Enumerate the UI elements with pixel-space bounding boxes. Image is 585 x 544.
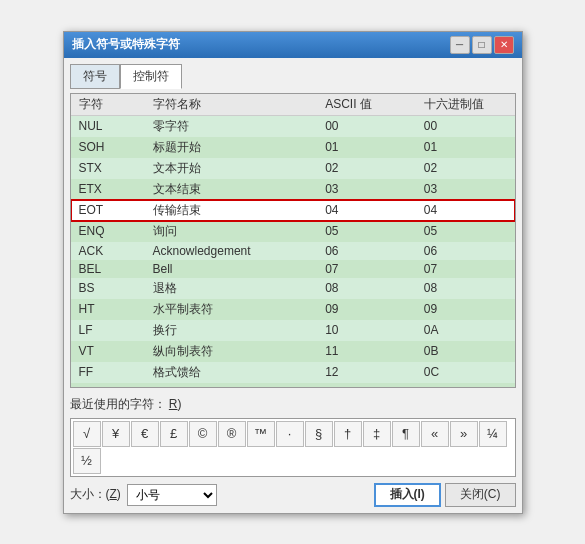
tab-symbol[interactable]: 符号	[70, 64, 120, 89]
dialog: 插入符号或特殊字符 ─ □ ✕ 符号 控制符 字符 字符名称 ASCII 值 十…	[63, 31, 523, 514]
special-chars-bar: √¥€£©®™·§†‡¶«»¼½	[70, 418, 516, 477]
header-hex: 十六进制值	[416, 94, 515, 116]
title-text: 插入符号或特殊字符	[72, 36, 180, 53]
special-char-button[interactable]: ·	[276, 421, 304, 447]
cell-ascii: 06	[317, 242, 416, 260]
title-bar: 插入符号或特殊字符 ─ □ ✕	[64, 32, 522, 58]
cell-hex: 07	[416, 260, 515, 278]
cell-ascii: 10	[317, 320, 416, 341]
table-header-row: 字符 字符名称 ASCII 值 十六进制值	[71, 94, 515, 116]
bottom-bar: 大小：(Z) 小号 中号 大号 插入(I) 关闭(C)	[70, 483, 516, 507]
cell-hex: 02	[416, 158, 515, 179]
special-char-button[interactable]: ½	[73, 448, 101, 474]
table-row[interactable]: CR回车130D	[71, 383, 515, 388]
tab-control[interactable]: 控制符	[120, 64, 182, 89]
cell-name: 回车	[145, 383, 318, 388]
cell-name: 水平制表符	[145, 299, 318, 320]
cell-char: VT	[71, 341, 145, 362]
cell-ascii: 05	[317, 221, 416, 242]
cell-ascii: 08	[317, 278, 416, 299]
cell-name: 文本结束	[145, 179, 318, 200]
title-controls: ─ □ ✕	[450, 36, 514, 54]
cell-char: BEL	[71, 260, 145, 278]
header-name: 字符名称	[145, 94, 318, 116]
cell-char: EOT	[71, 200, 145, 221]
table-row[interactable]: SOH标题开始0101	[71, 137, 515, 158]
cell-hex: 08	[416, 278, 515, 299]
header-char: 字符	[71, 94, 145, 116]
cell-char: ENQ	[71, 221, 145, 242]
table-row[interactable]: ENQ询问0505	[71, 221, 515, 242]
special-char-button[interactable]: ‡	[363, 421, 391, 447]
cell-name: 格式馈给	[145, 362, 318, 383]
table-row[interactable]: EOT传输结束0404	[71, 200, 515, 221]
special-char-button[interactable]: ™	[247, 421, 275, 447]
cell-ascii: 11	[317, 341, 416, 362]
cell-hex: 09	[416, 299, 515, 320]
table-row[interactable]: ACKAcknowledgement0606	[71, 242, 515, 260]
cell-name: 文本开始	[145, 158, 318, 179]
size-select[interactable]: 小号 中号 大号	[127, 484, 217, 506]
header-ascii: ASCII 值	[317, 94, 416, 116]
special-char-button[interactable]: ¼	[479, 421, 507, 447]
table-row[interactable]: STX文本开始0202	[71, 158, 515, 179]
maximize-button[interactable]: □	[472, 36, 492, 54]
minimize-button[interactable]: ─	[450, 36, 470, 54]
special-char-button[interactable]: ®	[218, 421, 246, 447]
special-char-button[interactable]: §	[305, 421, 333, 447]
cell-name: 退格	[145, 278, 318, 299]
special-char-button[interactable]: †	[334, 421, 362, 447]
char-table: 字符 字符名称 ASCII 值 十六进制值 NUL零字符0000SOH标题开始0…	[71, 94, 515, 388]
cell-name: Bell	[145, 260, 318, 278]
cell-char: FF	[71, 362, 145, 383]
table-row[interactable]: BS退格0808	[71, 278, 515, 299]
cell-ascii: 04	[317, 200, 416, 221]
close-window-button[interactable]: ✕	[494, 36, 514, 54]
recent-shortcut: R)	[166, 397, 182, 411]
table-row[interactable]: NUL零字符0000	[71, 115, 515, 137]
cell-hex: 05	[416, 221, 515, 242]
special-char-button[interactable]: √	[73, 421, 101, 447]
cell-hex: 01	[416, 137, 515, 158]
special-char-button[interactable]: «	[421, 421, 449, 447]
cell-char: LF	[71, 320, 145, 341]
cell-ascii: 00	[317, 115, 416, 137]
table-row[interactable]: BELBell0707	[71, 260, 515, 278]
cell-char: ETX	[71, 179, 145, 200]
cell-name: 询问	[145, 221, 318, 242]
cell-hex: 0B	[416, 341, 515, 362]
table-container[interactable]: 字符 字符名称 ASCII 值 十六进制值 NUL零字符0000SOH标题开始0…	[70, 93, 516, 388]
dialog-body: 符号 控制符 字符 字符名称 ASCII 值 十六进制值 NUL零字符0000S…	[64, 58, 522, 513]
cell-name: Acknowledgement	[145, 242, 318, 260]
table-row[interactable]: FF格式馈给120C	[71, 362, 515, 383]
special-char-button[interactable]: €	[131, 421, 159, 447]
cell-name: 传输结束	[145, 200, 318, 221]
cell-ascii: 07	[317, 260, 416, 278]
cell-char: ACK	[71, 242, 145, 260]
cell-char: SOH	[71, 137, 145, 158]
cell-ascii: 02	[317, 158, 416, 179]
table-row[interactable]: HT水平制表符0909	[71, 299, 515, 320]
table-row[interactable]: VT纵向制表符110B	[71, 341, 515, 362]
table-row[interactable]: ETX文本结束0303	[71, 179, 515, 200]
cell-hex: 06	[416, 242, 515, 260]
cell-char: HT	[71, 299, 145, 320]
cell-char: BS	[71, 278, 145, 299]
cell-name: 标题开始	[145, 137, 318, 158]
cell-hex: 0C	[416, 362, 515, 383]
insert-button[interactable]: 插入(I)	[374, 483, 441, 507]
special-char-button[interactable]: ©	[189, 421, 217, 447]
table-body: NUL零字符0000SOH标题开始0101STX文本开始0202ETX文本结束0…	[71, 115, 515, 388]
cell-hex: 03	[416, 179, 515, 200]
special-char-button[interactable]: £	[160, 421, 188, 447]
close-button[interactable]: 关闭(C)	[445, 483, 516, 507]
special-char-button[interactable]: ¶	[392, 421, 420, 447]
cell-ascii: 03	[317, 179, 416, 200]
cell-ascii: 01	[317, 137, 416, 158]
table-row[interactable]: LF换行100A	[71, 320, 515, 341]
size-group: 大小：(Z) 小号 中号 大号	[70, 484, 217, 506]
special-char-button[interactable]: »	[450, 421, 478, 447]
cell-ascii: 09	[317, 299, 416, 320]
special-char-button[interactable]: ¥	[102, 421, 130, 447]
cell-hex: 00	[416, 115, 515, 137]
